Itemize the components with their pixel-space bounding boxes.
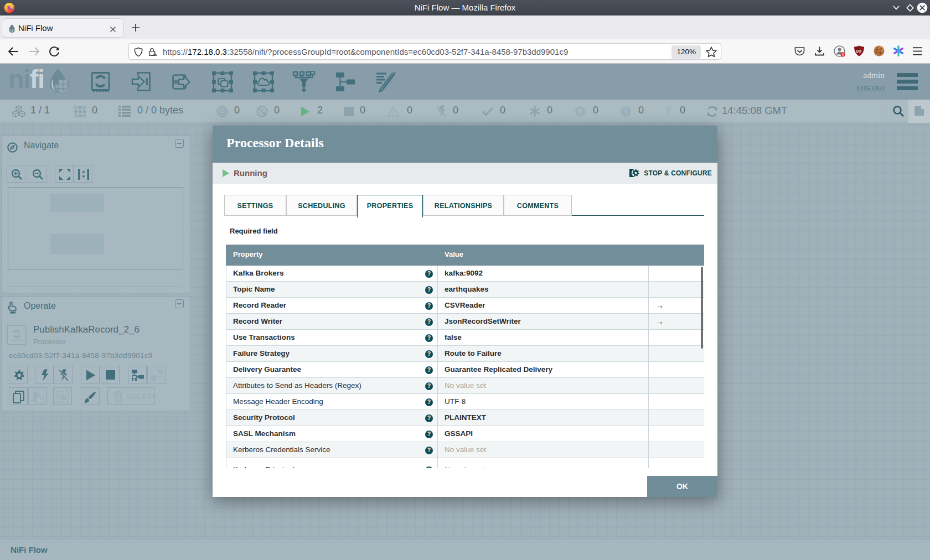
svg-text:UO: UO (856, 49, 861, 53)
